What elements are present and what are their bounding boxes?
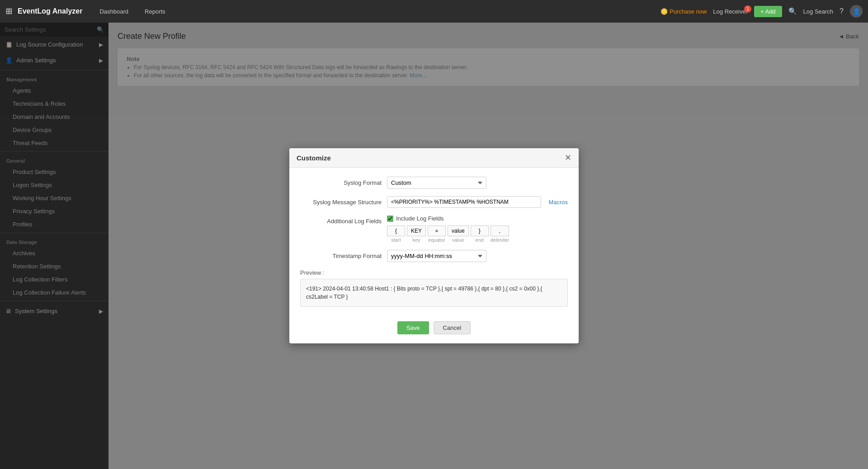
timestamp-format-row: Timestamp Format yyyy-MM-dd HH:mm:ss MM/… [300, 250, 568, 262]
syslog-format-select[interactable]: Custom RFC 3164 RFC 5424 [387, 177, 486, 189]
message-structure-wrap: Macros [387, 196, 568, 208]
nav-dashboard[interactable]: Dashboard [96, 6, 132, 17]
field-start-col: { start [387, 225, 405, 243]
syslog-format-control: Custom RFC 3164 RFC 5424 [387, 177, 568, 189]
field-start-label: start [387, 237, 405, 243]
field-key-label: key [407, 237, 426, 243]
macros-link[interactable]: Macros [548, 199, 568, 206]
preview-label: Preview : [300, 269, 568, 276]
syslog-format-row: Syslog Format Custom RFC 3164 RFC 5424 [300, 177, 568, 189]
field-value-label: value [448, 237, 469, 243]
search-icon[interactable]: 🔍 [788, 7, 797, 15]
key-fields-table: { start KEY key = equator value [387, 225, 568, 243]
app-logo: ⊞ EventLog Analyzer [5, 6, 82, 16]
coin-icon: 🪙 [660, 8, 668, 15]
field-value-cell[interactable]: value [448, 225, 469, 236]
syslog-message-structure-row: Syslog Message Structure Macros [300, 196, 568, 208]
field-key-cell[interactable]: KEY [407, 225, 426, 236]
topbar-right: 🪙 Purchase now Log Receiver 1 + Add 🔍 Lo… [660, 5, 863, 18]
include-log-fields-label: Include Log Fields [396, 215, 444, 222]
dialog-close-button[interactable]: ✕ [565, 154, 571, 162]
field-equator-label: equator [428, 237, 446, 243]
cancel-button[interactable]: Cancel [434, 321, 471, 334]
log-receiver-button[interactable]: Log Receiver 1 [713, 8, 748, 15]
preview-box: <191> 2024-04-01 13:40:58 Host1 : { Bits… [300, 279, 568, 307]
dialog-title: Customize [297, 154, 331, 162]
purchase-now-link[interactable]: 🪙 Purchase now [660, 8, 707, 15]
customize-dialog: Customize ✕ Syslog Format Custom RFC 316… [289, 148, 579, 343]
additional-log-fields-row: Additional Log Fields Include Log Fields… [300, 215, 568, 243]
timestamp-format-select[interactable]: yyyy-MM-dd HH:mm:ss MM/dd/yyyy HH:mm:ss … [387, 250, 486, 262]
field-end-cell[interactable]: } [471, 225, 489, 236]
add-button[interactable]: + Add [754, 6, 782, 17]
timestamp-format-control: yyyy-MM-dd HH:mm:ss MM/dd/yyyy HH:mm:ss … [387, 250, 568, 262]
include-log-fields-row: Include Log Fields [387, 215, 568, 222]
additional-log-fields-control: Include Log Fields { start KEY key [387, 215, 568, 243]
syslog-format-label: Syslog Format [300, 177, 382, 186]
field-key-col: KEY key [407, 225, 426, 243]
dialog-overlay: Customize ✕ Syslog Format Custom RFC 316… [0, 23, 868, 469]
field-start-cell[interactable]: { [387, 225, 405, 236]
log-search-link[interactable]: Log Search [803, 8, 834, 15]
syslog-message-structure-control: Macros [387, 196, 568, 208]
field-equator-col: = equator [428, 225, 446, 243]
include-log-fields-checkbox[interactable] [387, 216, 393, 222]
preview-section: Preview : <191> 2024-04-01 13:40:58 Host… [300, 269, 568, 307]
nav-reports[interactable]: Reports [141, 6, 169, 17]
user-avatar[interactable]: 👤 [850, 5, 863, 18]
topbar: ⊞ EventLog Analyzer Dashboard Reports 🪙 … [0, 0, 868, 23]
additional-log-fields-label: Additional Log Fields [300, 215, 382, 225]
dialog-body: Syslog Format Custom RFC 3164 RFC 5424 S… [289, 168, 579, 316]
app-name: EventLog Analyzer [18, 7, 82, 15]
syslog-message-structure-input[interactable] [387, 196, 541, 208]
help-icon[interactable]: ? [840, 7, 844, 15]
field-delimiter-col: , delimiter [491, 225, 509, 243]
dialog-header: Customize ✕ [289, 148, 579, 168]
grid-icon: ⊞ [5, 6, 12, 16]
dialog-footer: Save Cancel [289, 316, 579, 343]
field-delimiter-cell[interactable]: , [491, 225, 509, 236]
log-receiver-badge: 1 [744, 5, 751, 13]
field-delimiter-label: delimiter [491, 237, 509, 243]
syslog-message-structure-label: Syslog Message Structure [300, 196, 382, 206]
field-equator-cell[interactable]: = [428, 225, 446, 236]
field-end-label: end [471, 237, 489, 243]
timestamp-format-label: Timestamp Format [300, 250, 382, 259]
save-button[interactable]: Save [397, 321, 429, 334]
field-end-col: } end [471, 225, 489, 243]
field-value-col: value value [448, 225, 469, 243]
topbar-nav: Dashboard Reports [96, 6, 169, 17]
